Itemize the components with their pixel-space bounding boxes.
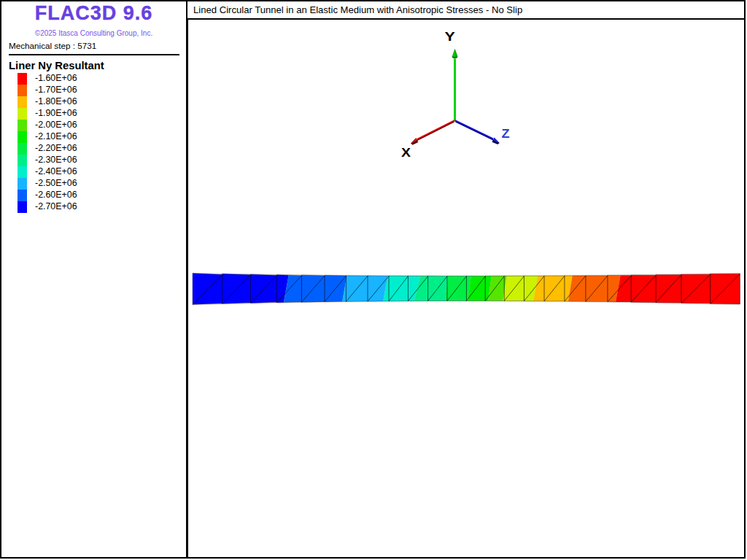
svg-text:Z: Z: [502, 127, 510, 140]
svg-text:X: X: [401, 146, 411, 159]
svg-text:Y: Y: [444, 30, 454, 43]
